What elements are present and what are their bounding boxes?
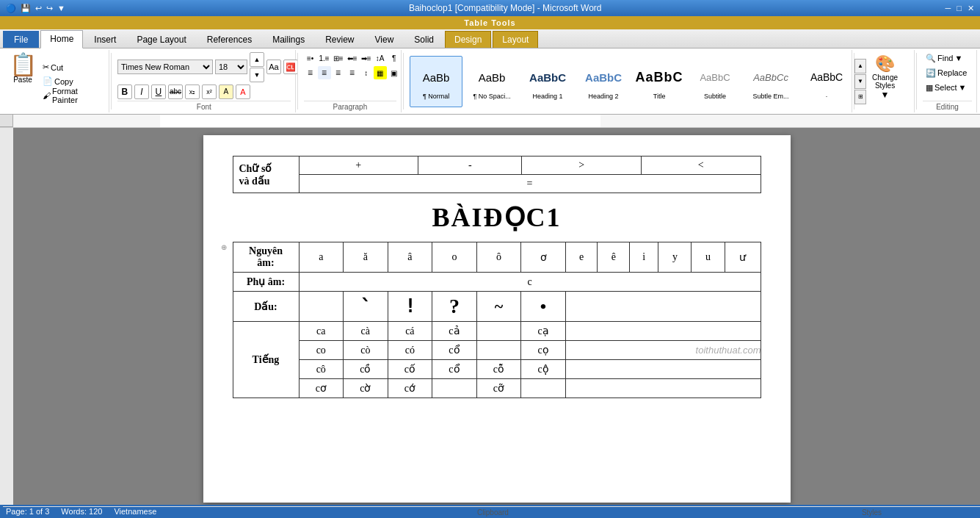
vowel-y: y <box>658 242 692 273</box>
ribbon-tabs: File Home Insert Page Layout References … <box>0 29 980 48</box>
show-hide-btn[interactable]: ¶ <box>388 51 401 65</box>
document-scroll-area[interactable]: toithuthuat.com Chữ sốvà dấu + - > < = <box>13 128 980 505</box>
cell-lt: < <box>641 157 761 175</box>
underline-btn[interactable]: U <box>151 84 166 99</box>
format-painter-button[interactable]: 🖌 Format Painter <box>40 89 104 102</box>
clipboard-group: 📋 Paste ✂ Cut 📄 Copy 🖌 Format Painter <box>3 50 109 112</box>
select-btn[interactable]: ▦ Select ▼ <box>923 81 969 94</box>
redo-icon[interactable]: ↪ <box>46 4 53 13</box>
word-co-circ: cô <box>299 360 344 379</box>
font-size-select[interactable]: 18 12 14 16 24 <box>215 60 247 74</box>
superscript-btn[interactable]: x² <box>202 84 217 99</box>
change-case-btn[interactable]: Aa <box>266 60 281 74</box>
table-move-handle[interactable]: ⊕ <box>221 243 227 251</box>
shading-btn[interactable]: ▦ <box>374 66 387 79</box>
table2-container: ⊕ Nguyênâm: a ă â o ô ơ e <box>233 242 761 398</box>
align-left-btn[interactable]: ≡ <box>304 66 317 79</box>
paste-button[interactable]: 📋 Paste <box>7 51 38 111</box>
change-styles-btn[interactable]: 🎨 Change Styles ▼ <box>860 51 910 103</box>
style-heading2[interactable]: AaBbC Heading 2 <box>577 56 630 107</box>
tab-view[interactable]: View <box>366 31 404 48</box>
empty4 <box>565 379 761 398</box>
replace-icon: 🔄 <box>926 68 936 78</box>
cut-icon: ✂ <box>43 62 49 72</box>
replace-btn[interactable]: 🔄 Replace <box>923 66 970 79</box>
border-btn[interactable]: ▣ <box>388 66 401 79</box>
line-spacing-btn[interactable]: ↕ <box>360 66 373 79</box>
tab-mailings[interactable]: Mailings <box>263 31 314 48</box>
tab-layout[interactable]: Layout <box>493 31 538 48</box>
style-no-spacing-preview: AaBb <box>479 63 506 93</box>
word-co-huyen: cò <box>344 341 388 360</box>
horizontal-ruler: /* ruler ticks added via JS */ <box>13 115 980 127</box>
vertical-ruler <box>0 128 13 505</box>
cut-button[interactable]: ✂ Cut <box>40 61 104 74</box>
table-chu-so: Chữ sốvà dấu + - > < = <box>233 156 761 193</box>
justify-btn[interactable]: ≡ <box>346 66 359 79</box>
phu-am-label: Phụ âm: <box>233 273 299 292</box>
vowel-a: a <box>299 242 344 273</box>
bullets-btn[interactable]: ≡• <box>304 51 317 65</box>
style-title-label: Title <box>653 93 666 100</box>
word-co-empty <box>476 341 521 360</box>
tieng-label: Tiếng <box>233 322 299 398</box>
sort-btn[interactable]: ↕A <box>374 51 387 65</box>
ruler-corner <box>0 115 13 127</box>
numbering-btn[interactable]: 1.≡ <box>318 51 331 65</box>
find-btn[interactable]: 🔍 Find ▼ <box>923 51 965 65</box>
subscript-btn[interactable]: x₂ <box>185 84 200 99</box>
word-ca-empty <box>476 322 521 341</box>
font-family-select[interactable]: Times New Roman Arial <box>117 60 213 74</box>
style-heading1[interactable]: AaBbC Heading 1 <box>521 56 574 107</box>
word-ca-nang: cạ <box>521 322 566 341</box>
minimize-btn[interactable]: ─ <box>945 4 951 13</box>
vowel-a-circ: â <box>388 242 432 273</box>
clear-formatting-btn[interactable]: 🆑 <box>283 60 298 74</box>
font-group: Times New Roman Arial 18 12 14 16 24 ▲ ▼ <box>113 50 296 112</box>
font-size-decrease-btn[interactable]: ▼ <box>250 68 264 82</box>
italic-btn[interactable]: I <box>134 84 149 99</box>
tab-solid[interactable]: Solid <box>404 31 443 48</box>
cell-plus: + <box>299 157 418 175</box>
tab-review[interactable]: Review <box>316 31 363 48</box>
outdent-btn[interactable]: ⬅≡ <box>346 51 359 65</box>
vowel-o: o <box>432 242 477 273</box>
style-normal[interactable]: AaBb ¶ Normal <box>410 56 462 107</box>
select-dropdown-icon: ▼ <box>959 83 967 92</box>
style-more[interactable]: AaBbC · <box>800 56 853 107</box>
style-subtle-em[interactable]: AaBbCc Subtle Em... <box>744 56 797 107</box>
tab-page-layout[interactable]: Page Layout <box>127 31 195 48</box>
table-row-phu-am: Phụ âm: c <box>233 273 761 292</box>
align-center-btn[interactable]: ≡ <box>318 66 331 79</box>
multilevel-btn[interactable]: ⊞≡ <box>332 51 345 65</box>
bold-btn[interactable]: B <box>117 84 132 99</box>
close-btn[interactable]: ✕ <box>968 4 974 13</box>
tab-insert[interactable]: Insert <box>84 31 126 48</box>
word-ca-huyen: cà <box>344 322 388 341</box>
tab-references[interactable]: References <box>197 31 261 48</box>
tab-home[interactable]: Home <box>40 30 83 48</box>
table-row: = <box>233 175 761 193</box>
strikethrough-btn[interactable]: abc <box>168 84 183 99</box>
change-styles-arrow: ▼ <box>881 90 890 100</box>
save-icon[interactable]: 💾 <box>21 4 31 13</box>
maximize-btn[interactable]: □ <box>957 4 962 13</box>
text-highlight-btn[interactable]: A <box>219 84 233 99</box>
style-title[interactable]: AaBbC Title <box>633 56 686 107</box>
font-color-btn[interactable]: A <box>236 84 250 99</box>
style-subtitle[interactable]: AaBbC Subtitle <box>689 56 741 107</box>
style-no-spacing[interactable]: AaBb ¶ No Spaci... <box>465 56 518 107</box>
tab-file[interactable]: File <box>3 31 39 48</box>
word-co-circ-nga: cỗ <box>476 360 521 379</box>
consonant-c: c <box>299 273 761 292</box>
align-right-btn[interactable]: ≡ <box>332 66 345 79</box>
undo-icon[interactable]: ↩ <box>35 4 42 13</box>
dau-label: Dấu: <box>233 292 299 322</box>
document-heading: BÀIĐỌC1 <box>233 202 761 233</box>
font-size-increase-btn[interactable]: ▲ <box>250 52 264 67</box>
indent-btn[interactable]: ➡≡ <box>360 51 373 65</box>
ribbon: 📋 Paste ✂ Cut 📄 Copy 🖌 Format Painter <box>0 48 980 115</box>
tab-design[interactable]: Design <box>445 31 491 48</box>
style-title-preview: AaBbC <box>636 63 683 93</box>
customize-icon[interactable]: ▼ <box>57 4 65 12</box>
